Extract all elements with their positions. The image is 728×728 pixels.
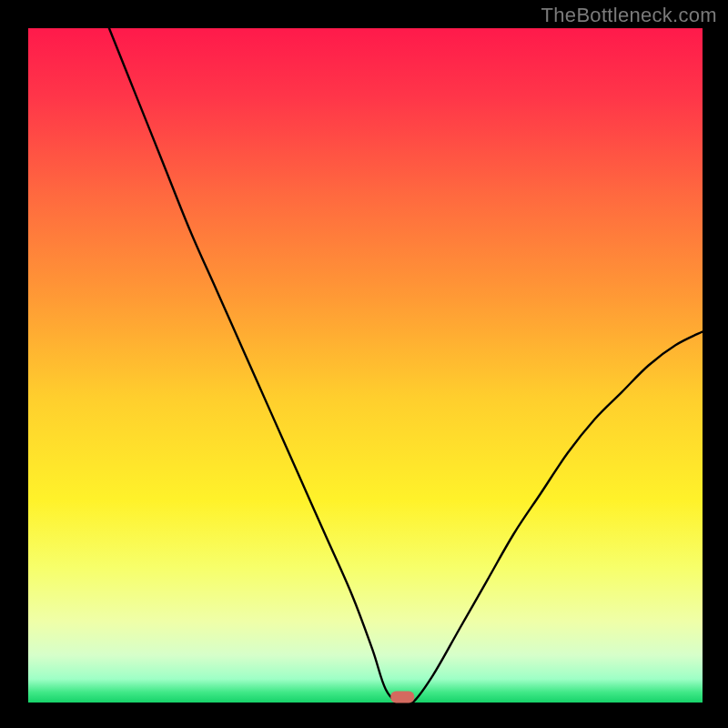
optimal-point-marker [390, 692, 414, 703]
bottleneck-chart [0, 0, 728, 728]
gradient-background [28, 28, 703, 703]
chart-frame: TheBottleneck.com [0, 0, 728, 728]
